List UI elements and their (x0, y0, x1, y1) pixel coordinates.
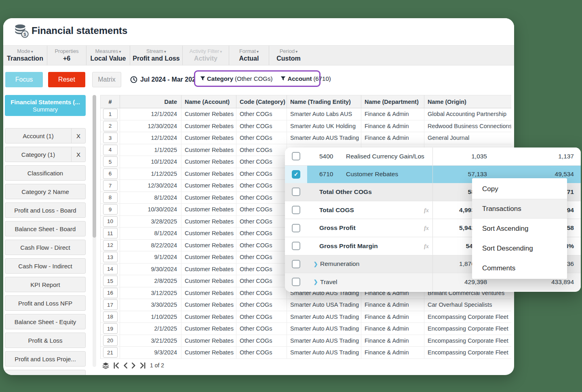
unchecked-checkbox[interactable] (292, 278, 300, 286)
account-cell: Customer Rebates (181, 156, 236, 168)
toolbar-group-mode[interactable]: Mode▾Transaction (3, 46, 47, 65)
origin-cell: Encompassing Corporate Fleet (424, 323, 511, 335)
sidebar-item-label: Category 2 Name (5, 184, 85, 199)
table-row[interactable]: 212/30/2024Customer RebatesOther COGsSma… (101, 120, 511, 133)
unchecked-checkbox[interactable] (292, 152, 300, 160)
column-header-name-origin[interactable]: Name (Origin) (424, 95, 511, 108)
toolbar-group-activity-filter[interactable]: Activity Filter▾Activity (183, 46, 229, 65)
sidebar-item-financial-statements-summary[interactable]: Financial Statements (... Summary (5, 95, 86, 116)
sidebar-item-balance-sheet-board[interactable]: Balance Sheet - Board (5, 221, 86, 236)
sidebar-item-label: Profit & Loss (5, 333, 85, 348)
sidebar-item-kpi-report[interactable]: KPI Report (5, 277, 86, 292)
sidebar-item-classification[interactable]: Classification (5, 165, 86, 181)
account-row-realised-currency-gain-los[interactable]: 5400Realised Currency Gain/Los1,0351,137 (285, 148, 581, 166)
unchecked-checkbox[interactable] (292, 260, 300, 268)
column-header-name-trading-entity[interactable]: Name (Trading Entity) (287, 95, 361, 108)
focus-button[interactable]: Focus (5, 72, 43, 87)
layers-icon[interactable] (102, 362, 110, 369)
sidebar-item-profit-and-loss-nfp[interactable]: Profit and Loss NFP (5, 295, 86, 311)
first-page-icon[interactable] (113, 362, 119, 369)
column-header-code-category[interactable]: Code (Category) (236, 95, 287, 108)
unchecked-checkbox[interactable] (292, 188, 300, 196)
sidebar-item-label: KPI Report (5, 277, 85, 292)
menu-item-copy[interactable]: Copy (472, 179, 567, 199)
sidebar-item-profit-loss[interactable]: Profit & Loss (5, 333, 86, 348)
table-row[interactable]: 219/3/2024Customer RebatesOther COGsSmar… (101, 347, 511, 359)
sidebar-scrollbar-thumb[interactable] (93, 95, 96, 238)
unchecked-checkbox[interactable] (292, 224, 300, 232)
checked-checkbox[interactable]: ✓ (292, 170, 300, 179)
menu-item-comments[interactable]: Comments (472, 258, 567, 278)
sidebar-item-balance-sheet-equity[interactable]: Balance Sheet - Equity (5, 314, 86, 329)
reset-button[interactable]: Reset (48, 72, 85, 87)
selected-report-title: Financial Statements (... (11, 99, 80, 105)
matrix-button[interactable]: Matrix (92, 72, 121, 87)
remove-filter-button[interactable]: X (71, 147, 85, 162)
row-number: 8 (103, 192, 118, 203)
expand-chevron-icon[interactable]: ❯ (311, 279, 320, 285)
column-header-name-account[interactable]: Name (Account) (181, 95, 236, 108)
category-cell: Other COGs (236, 347, 287, 359)
row-number-cell: 15 (101, 275, 120, 287)
sidebar-item-category-2-name[interactable]: Category 2 Name (5, 184, 86, 199)
column-header-row-number[interactable]: # (101, 95, 120, 108)
sidebar-item-category-1[interactable]: Category (1)X (5, 147, 86, 162)
table-row[interactable]: 173/30/2025Customer RebatesOther COGsSma… (101, 299, 511, 311)
last-page-icon[interactable] (140, 362, 146, 369)
sidebar-item-account-1[interactable]: Account (1)X (5, 128, 86, 143)
unchecked-checkbox[interactable] (292, 206, 300, 214)
toolbar-group-measures[interactable]: Measures▾Local Value (86, 46, 130, 65)
row-number-cell: 17 (101, 299, 120, 311)
checkbox-cell (285, 183, 307, 201)
unchecked-checkbox[interactable] (292, 242, 300, 250)
filter-chip-account[interactable]: Account (6710) (280, 75, 331, 82)
menu-item-transactions[interactable]: Transactions (472, 199, 567, 219)
column-header-name-department[interactable]: Name (Department) (361, 95, 424, 108)
date-cell: 8/22/2024 (120, 240, 181, 252)
previous-page-icon[interactable] (123, 362, 128, 369)
expand-chevron-icon[interactable]: ❯ (311, 261, 320, 267)
filter-chip-category[interactable]: Category (Other COGs) (200, 75, 272, 82)
account-name: Total COGS (319, 207, 432, 214)
toolbar-group-period[interactable]: Period▾Custom (269, 46, 308, 65)
sidebar-item-partial[interactable] (5, 370, 86, 375)
row-number: 17 (103, 299, 118, 310)
sidebar-item-cash-flow-indirect[interactable]: Cash Flow - Indirect (5, 258, 86, 274)
date-range[interactable]: Jul 2024 - Mar 2025 (130, 72, 199, 87)
account-cell: Customer Rebates (181, 168, 236, 180)
column-header-date[interactable]: Date (120, 95, 181, 108)
table-row[interactable]: 192/1/2025Customer RebatesOther COGsSmar… (101, 323, 511, 335)
entity-cell: Smarter Auto AUS Trading (287, 311, 361, 323)
menu-item-sort-descending[interactable]: Sort Descending (472, 238, 567, 258)
sidebar-item-label: Account (1) (5, 129, 71, 143)
menu-item-sort-ascending[interactable]: Sort Ascending (472, 219, 567, 238)
formula-fx-icon: fx (424, 207, 429, 213)
account-cell: Customer Rebates (181, 347, 236, 359)
account-label-cell: ❯Travel (307, 273, 432, 291)
entity-cell: Smarter Auto AUS Trading (287, 347, 361, 359)
row-number-cell: 7 (101, 180, 120, 192)
table-row[interactable]: 312/1/2024Customer RebatesOther COGsSmar… (101, 132, 511, 144)
toolbar-group-format[interactable]: Format▾Actual (229, 46, 269, 65)
table-row[interactable]: 181/10/2025Customer RebatesOther COGsSma… (101, 311, 511, 323)
toolbar-group-properties[interactable]: Properties+6 (47, 46, 86, 65)
date-cell: 12/30/2024 (120, 120, 181, 133)
toolbar-group-stream[interactable]: Stream▾Profit and Loss (130, 46, 183, 65)
table-row[interactable]: 112/1/2024Customer RebatesOther COGsSmar… (101, 108, 511, 120)
formula-fx-icon: fx (424, 225, 429, 232)
sidebar-item-profit-and-loss-board[interactable]: Profit and Loss - Board (5, 202, 86, 218)
sidebar-item-profit-and-loss-proje[interactable]: Profit and Loss Proje... (5, 351, 86, 367)
table-row[interactable]: 203/21/2025Customer RebatesOther COGsSma… (101, 335, 511, 347)
checkbox-cell (285, 201, 307, 219)
row-number: 14 (103, 264, 118, 274)
remove-filter-button[interactable]: X (71, 129, 85, 143)
page-title: Financial statements (32, 25, 127, 36)
sidebar-item-cash-flow-direct[interactable]: Cash Flow - Direct (5, 240, 86, 255)
origin-cell: Encompassing Corporate Fleet (424, 335, 511, 347)
account-cell: Customer Rebates (181, 299, 236, 311)
selected-report-subtitle: Summary (33, 106, 58, 113)
date-cell: 3/28/2025 (120, 216, 181, 228)
next-page-icon[interactable] (131, 362, 136, 369)
sidebar-scrollbar[interactable] (93, 95, 96, 367)
account-cell: Customer Rebates (181, 287, 236, 299)
